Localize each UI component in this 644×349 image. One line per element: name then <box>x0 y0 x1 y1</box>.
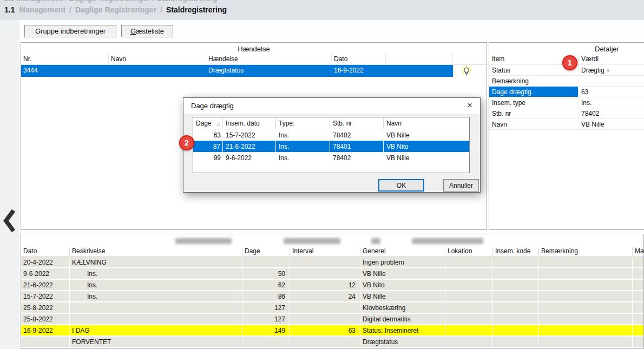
cell-stb-nr: 78401 <box>330 141 384 152</box>
cell-dato: 20-4-2022 <box>21 257 70 268</box>
cell-mae <box>633 257 643 268</box>
cell-bemaerkning <box>539 325 633 337</box>
detail-item: Insem. type <box>489 97 579 108</box>
history-row: 15-7-2022 Ins. 86 24 VB Nille <box>21 291 643 302</box>
history-row: 20-4-2022 KÆLVNING Ingen problem <box>21 257 643 268</box>
dialog-titlebar[interactable]: Dage drægtig × <box>183 98 480 114</box>
redacted-text <box>412 238 483 244</box>
detaljer-row-stb-nr[interactable]: Stb. nr 78402 <box>489 108 644 119</box>
column-header-blank <box>453 54 487 65</box>
hint-cell[interactable] <box>453 65 487 77</box>
haendelse-header-row: Nr. Navn Hændelse Dato <box>21 54 487 65</box>
ok-button[interactable]: OK <box>378 179 424 192</box>
cell-generel: Digital dermatitis <box>360 314 445 325</box>
cell-dato: 21-6-2022 <box>21 280 70 291</box>
cell-dage: 63 <box>193 129 223 141</box>
cell-mae <box>633 337 643 348</box>
cell-stb-nr: 78402 <box>330 152 384 163</box>
cell-beskrivelse: I DAG <box>70 325 242 337</box>
cell-bemaerkning <box>539 280 633 291</box>
history-row-today: 16-9-2022 I DAG 149 63 Status: Inseminer… <box>21 325 643 337</box>
haendelse-panel-title: Hændelse <box>21 43 487 54</box>
cell-interval <box>290 337 360 348</box>
cell-mae <box>633 314 643 325</box>
column-header-haendelse: Hændelse <box>206 54 332 65</box>
dialog-row-99[interactable]: 99 9-6-2022 Ins. 78402 VB Nille <box>193 152 469 163</box>
app-window: 1.1 Management / Daglige Registreringer … <box>0 0 644 349</box>
column-header-dage: Dage <box>242 247 290 257</box>
dialog-header-row: Dage △ Insem. dato Type: Stb. nr Navn <box>193 117 469 129</box>
breadcrumb-separator: / <box>69 5 71 14</box>
gruppe-indberetninger-button[interactable]: Gruppe indberetninger <box>24 25 116 37</box>
cell-lokation <box>445 291 493 302</box>
column-header-mae: Mæ <box>633 247 643 257</box>
cell-bemaerkning <box>539 314 633 325</box>
dialog-title: Dage drægtig <box>191 102 234 110</box>
gaesteliste-button[interactable]: Gæsteliste <box>121 25 173 37</box>
column-header-navn[interactable]: Navn <box>384 117 469 129</box>
cell-dato: 15-7-2022 <box>21 291 70 302</box>
column-header-dage[interactable]: Dage △ <box>193 117 223 129</box>
dialog-row-63[interactable]: 63 15-7-2022 Ins. 78402 VB Nille <box>193 129 469 141</box>
column-header-insem-dato[interactable]: Insem. dato <box>223 117 276 129</box>
dialog-table: Dage △ Insem. dato Type: Stb. nr Navn 63… <box>193 117 470 173</box>
detaljer-row-dage-draegtig[interactable]: Dage drægtig 63 <box>489 87 644 97</box>
detaljer-panel-title: Detaljer <box>489 43 644 54</box>
cell-navn <box>109 65 206 77</box>
annotation-badge-2: 2 <box>179 135 194 150</box>
haendelse-selected-row[interactable]: 3444 Drægtstatus 16-9-2022 <box>21 65 487 76</box>
column-header-bemaerkning: Bemærkning <box>539 247 633 257</box>
dialog-row-87-selected[interactable]: 87 21-6-2022 Ins. 78401 VB Nito <box>193 141 469 152</box>
lightbulb-icon <box>461 65 472 77</box>
cell-mae <box>633 268 643 280</box>
cell-lokation <box>445 325 493 337</box>
cell-dage: 50 <box>242 268 290 280</box>
left-sidebar-strip <box>0 20 19 349</box>
breadcrumb-item-management[interactable]: Management <box>19 5 65 14</box>
cell-dage: 99 <box>193 152 223 163</box>
cell-bemaerkning <box>539 337 633 348</box>
cell-bemaerkning <box>539 291 633 302</box>
cell-bemaerkning <box>539 268 633 280</box>
column-header-vaerdi: Værdi <box>579 54 644 65</box>
column-header-stb-nr[interactable]: Stb. nr <box>330 117 384 129</box>
breadcrumb-item-staldregistrering: Staldregistrering <box>166 5 227 14</box>
gaesteliste-accel: G <box>130 27 136 35</box>
cell-interval: 24 <box>290 291 360 302</box>
redacted-text <box>371 238 380 244</box>
history-row: 25-8-2022 127 Klovbeskæring <box>21 302 643 314</box>
cell-insem-kode <box>493 302 539 314</box>
cell-dato <box>21 337 70 348</box>
cell-interval <box>290 302 360 314</box>
cell-dage: 87 <box>193 141 223 152</box>
collapse-panel-chevron-icon[interactable] <box>3 208 17 234</box>
cell-interval <box>290 268 360 280</box>
cell-interval: 12 <box>290 280 360 291</box>
detail-value: Ins. <box>579 97 644 108</box>
breadcrumb-separator: / <box>160 5 162 14</box>
cell-dage <box>242 257 290 268</box>
detaljer-row-insem-type[interactable]: Insem. type Ins. <box>489 97 644 108</box>
cell-interval: 63 <box>290 325 360 337</box>
detaljer-row-navn[interactable]: Navn VB Nille <box>489 119 644 130</box>
breadcrumb-item-daglige-registreringer[interactable]: Daglige Registreringer <box>75 5 156 14</box>
cell-mae <box>633 280 643 291</box>
detail-item: Bemærkning <box>489 76 579 86</box>
detail-value: 63 <box>579 87 644 97</box>
annuller-button[interactable]: Annuller <box>443 179 479 192</box>
cell-insem-dato: 9-6-2022 <box>223 152 276 163</box>
cell-interval <box>290 257 360 268</box>
detail-value: VB Nille <box>579 119 644 129</box>
breadcrumb: 1.1Management/Daglige Registreringer/Sta… <box>4 5 227 14</box>
cell-dato: 25-8-2022 <box>21 302 70 314</box>
cell-dage: 127 <box>242 302 290 314</box>
detail-item: Stb. nr <box>489 108 579 118</box>
column-header-type[interactable]: Type: <box>276 117 330 129</box>
close-icon[interactable]: × <box>467 100 472 111</box>
breadcrumb-bar: 1.1 Management / Daglige Registreringer … <box>0 0 644 20</box>
history-header-row: Dato Beskrivelse Dage Interval Generel L… <box>21 247 643 257</box>
cell-insem-kode <box>493 257 539 268</box>
column-header-dato: Dato <box>332 54 386 65</box>
detaljer-row-bemaerkning[interactable]: Bemærkning <box>489 76 644 87</box>
column-header-navn: Navn <box>109 54 206 65</box>
